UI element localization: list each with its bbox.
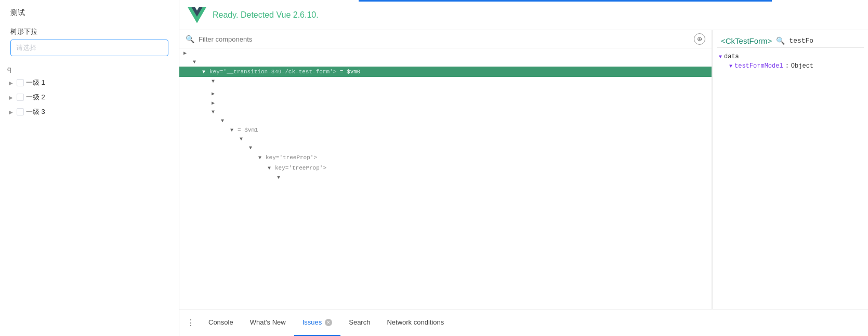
tree-item-label: 一级 2 <box>26 93 45 102</box>
comp-arrow-icon: ▼ <box>212 79 219 84</box>
comp-name: key='treeProp'> <box>266 154 317 161</box>
tab-label: What's New <box>250 318 286 326</box>
more-tabs-button[interactable]: ⋮ <box>183 316 198 330</box>
tab-what's-new[interactable]: What's New <box>242 309 294 336</box>
comp-arrow-icon: ▼ <box>258 155 266 161</box>
comp-arrow-icon: ▼ <box>230 127 238 133</box>
comp-row[interactable]: ▼ <box>179 144 712 152</box>
component-list[interactable]: ▶ ▼ ▼ key='__transition-349-/ck-test-for… <box>179 48 712 309</box>
comp-arrow-icon: ▶ <box>183 50 191 56</box>
left-title: 测试 <box>0 0 179 22</box>
tab-search[interactable]: Search <box>340 309 378 336</box>
data-sub-key: testFormModel <box>734 62 783 70</box>
tree-checkbox[interactable] <box>17 79 24 86</box>
tabs-container: ConsoleWhat's NewIssues✕SearchNetwork co… <box>200 309 452 336</box>
data-search-text: testFo <box>789 37 813 45</box>
tree-checkbox[interactable] <box>17 94 24 101</box>
left-panel: 测试 树形下拉 请选择 q ▶ 一级 1 ▶ 一级 2 ▶ 一级 3 <box>0 0 179 336</box>
comp-row[interactable]: ▶ <box>179 48 712 58</box>
comp-row[interactable]: ▼ <box>179 117 712 125</box>
data-panel-title: <CkTestForm> <box>721 36 772 45</box>
comp-attr: key='__transition-349-/ck-test-form'> <box>209 69 336 75</box>
data-panel: <CkTestForm> 🔍 testFo ▼ data ▼ testFormM… <box>712 30 868 309</box>
expand-arrow-icon: ▼ <box>729 63 732 69</box>
data-key-data: data <box>724 53 739 60</box>
comp-row[interactable]: ▼ <box>179 173 712 182</box>
devtools-header: Ready. Detected Vue 2.6.10. <box>179 0 868 30</box>
comp-vm: = $vm0 <box>336 69 360 75</box>
tab-label: Search <box>349 318 370 326</box>
data-sub-value: Object <box>791 62 813 70</box>
data-entry-data[interactable]: ▼ data <box>717 52 864 61</box>
tree-container: q ▶ 一级 1 ▶ 一级 2 ▶ 一级 3 <box>0 62 179 336</box>
list-item[interactable]: ▶ 一级 1 <box>5 75 174 90</box>
search-input-small: q <box>7 65 11 73</box>
filter-input[interactable] <box>199 35 690 43</box>
comp-arrow-icon: ▼ <box>268 165 275 171</box>
vue-ready-message: Ready. Detected Vue 2.6.10. <box>213 10 319 20</box>
list-item[interactable]: ▶ 一级 3 <box>5 105 174 119</box>
comp-row[interactable]: ▼ key='__transition-349-/ck-test-form'> … <box>179 67 712 77</box>
crosshair-button[interactable]: ⊕ <box>694 33 705 45</box>
devtools-body: 🔍 ⊕ ▶ ▼ ▼ key='__transition-349-/ck-test… <box>179 30 868 309</box>
comp-row[interactable]: ▼ = $vm1 <box>179 125 712 135</box>
component-tree: 🔍 ⊕ ▶ ▼ ▼ key='__transition-349-/ck-test… <box>179 30 712 309</box>
expand-arrow-icon: ▼ <box>719 54 722 60</box>
comp-arrow-icon: ▼ <box>221 118 228 124</box>
tree-select[interactable]: 请选择 <box>10 40 168 56</box>
comp-arrow-icon: ▼ <box>240 136 247 142</box>
comp-arrow-icon: ▼ <box>277 175 284 180</box>
section-title: 树形下拉 <box>0 22 179 40</box>
comp-row[interactable]: ▼ key='treeProp'> <box>179 152 712 163</box>
comp-row[interactable]: ▼ key='treeProp'> <box>179 163 712 173</box>
list-item[interactable]: ▶ 一级 2 <box>5 90 174 105</box>
vue-logo-icon <box>188 6 206 24</box>
comp-vm: = $vm1 <box>238 127 258 133</box>
comp-row[interactable]: ▼ <box>179 135 712 144</box>
tab-label: Issues <box>303 318 322 326</box>
tab-issues[interactable]: Issues✕ <box>294 309 341 336</box>
data-sub-entry[interactable]: ▼ testFormModel : Object <box>717 61 864 71</box>
comp-row[interactable]: ▶ <box>179 98 712 108</box>
tree-item-label: 一级 3 <box>26 107 45 117</box>
tree-item-label: 一级 1 <box>26 78 45 87</box>
data-sub-items: ▼ testFormModel : Object <box>717 61 864 71</box>
comp-arrow-icon: ▼ <box>249 145 256 151</box>
comp-arrow-icon: ▶ <box>212 91 219 97</box>
comp-name: key='__transition-349-/ck-test-form'> = … <box>209 68 360 75</box>
comp-name: key='treeProp'> <box>275 164 326 172</box>
tree-toggle-icon[interactable]: ▶ <box>7 79 15 86</box>
comp-attr: key='treeProp'> <box>275 165 326 171</box>
comp-row[interactable]: ▶ <box>179 89 712 98</box>
comp-arrow-icon: ▼ <box>193 59 200 65</box>
comp-row[interactable]: ▼ <box>179 58 712 67</box>
devtools-panel: Ready. Detected Vue 2.6.10. 🔍 ⊕ ▶ ▼ ▼ ke… <box>179 0 868 336</box>
data-panel-header: <CkTestForm> 🔍 testFo <box>717 34 864 48</box>
colon: : <box>785 62 789 70</box>
list-item[interactable]: q <box>5 62 174 75</box>
search-icon: 🔍 <box>186 35 194 43</box>
tab-network-conditions[interactable]: Network conditions <box>378 309 452 336</box>
comp-row[interactable]: ▼ <box>179 108 712 117</box>
data-search-icon[interactable]: 🔍 <box>776 36 785 45</box>
comp-arrow-icon: ▼ <box>202 69 209 75</box>
comp-attr: key='treeProp'> <box>266 154 317 161</box>
tab-label: Network conditions <box>387 318 444 326</box>
comp-arrow-icon: ▶ <box>212 100 219 106</box>
tree-toggle-icon[interactable]: ▶ <box>7 108 15 115</box>
tab-close-icon[interactable]: ✕ <box>325 319 332 326</box>
tab-label: Console <box>208 318 233 326</box>
tree-toggle-icon[interactable]: ▶ <box>7 94 15 101</box>
tree-checkbox[interactable] <box>17 108 24 115</box>
loading-bar <box>359 0 772 2</box>
tab-console[interactable]: Console <box>200 309 242 336</box>
comp-arrow-icon: ▼ <box>212 109 219 115</box>
filter-bar: 🔍 ⊕ <box>179 30 712 48</box>
comp-row[interactable]: ▼ <box>179 77 712 86</box>
bottom-tabs: ⋮ ConsoleWhat's NewIssues✕SearchNetwork … <box>179 309 868 336</box>
